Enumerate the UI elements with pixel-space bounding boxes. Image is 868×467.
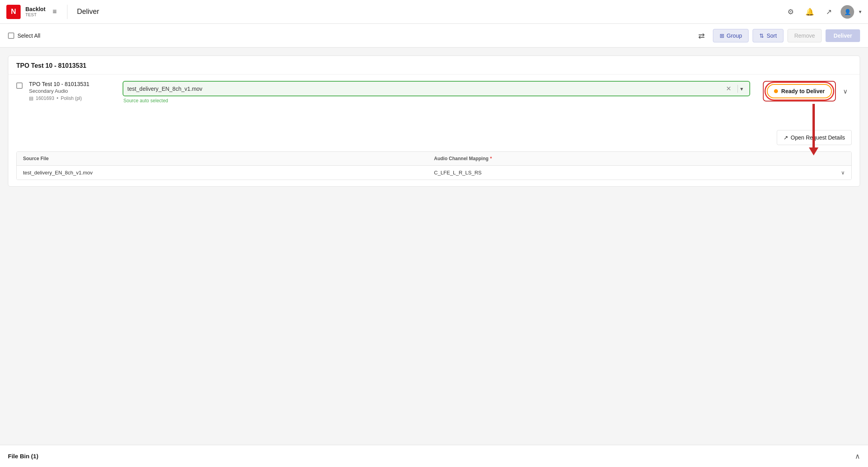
source-clear-icon[interactable]: ✕ (724, 84, 733, 93)
ready-to-deliver-badge[interactable]: Ready to Deliver (767, 84, 832, 98)
item-name: TPO Test 10 - 81013531 (29, 81, 116, 87)
header-divider (67, 5, 67, 19)
meta-lang: Polish (pl) (61, 96, 82, 101)
avatar[interactable]: 👤 (841, 5, 854, 19)
app-info: Backlot TEST (25, 6, 46, 18)
sub-table-header: Source File Audio Channel Mapping * (17, 152, 851, 166)
group-button[interactable]: ⊞ Group (713, 29, 749, 42)
ready-dot (774, 89, 778, 93)
ready-badge-highlight: Ready to Deliver (763, 81, 836, 101)
sub-table: Source File Audio Channel Mapping * test… (16, 151, 852, 180)
mapping-dropdown-icon[interactable]: ∨ (841, 170, 845, 176)
menu-icon[interactable]: ≡ (50, 5, 60, 18)
select-all-checkbox[interactable] (8, 33, 14, 39)
app-env: TEST (25, 12, 46, 17)
sub-cell-source: test_delivery_EN_8ch_v1.mov (23, 170, 434, 176)
source-auto-label: Source auto selected (123, 98, 750, 103)
page-title: Deliver (77, 8, 99, 16)
select-all-text: Select All (17, 33, 40, 39)
arrow-annotation (809, 104, 818, 155)
meta-icon: ▤ (29, 96, 33, 101)
item-info: TPO Test 10 - 81013531 Secondary Audio ▤… (29, 81, 116, 101)
sub-cell-mapping: C_LFE_L_R_LS_RS ∨ (434, 170, 845, 176)
meta-id: 1601693 (36, 96, 54, 101)
external-link-icon[interactable]: ↗ (822, 5, 836, 19)
remove-button: Remove (787, 29, 822, 42)
item-type: Secondary Audio (29, 88, 116, 94)
mapping-value: C_LFE_L_R_LS_RS (434, 170, 482, 176)
group-card: TPO Test 10 - 81013531 TPO Test 10 - 810… (8, 56, 860, 187)
sub-table-row: test_delivery_EN_8ch_v1.mov C_LFE_L_R_LS… (17, 166, 851, 180)
item-checkbox[interactable] (16, 82, 23, 89)
col-mapping-header: Audio Channel Mapping * (434, 156, 845, 161)
open-request-label: Open Request Details (791, 134, 845, 141)
meta-separator: • (57, 96, 58, 101)
ready-label: Ready to Deliver (781, 88, 825, 94)
source-selector: test_delivery_EN_8ch_v1.mov ✕ ▾ Source a… (123, 81, 750, 103)
status-section: Ready to Deliver ∨ ↗ Open Request Detail… (763, 81, 852, 145)
sort-button[interactable]: ⇅ Sort (753, 29, 784, 42)
app-header: N Backlot TEST ≡ Deliver ⚙ 🔔 ↗ 👤 ▾ (0, 0, 868, 24)
toolbar: Select All ⇄ ⊞ Group ⇅ Sort Remove Deliv… (0, 24, 868, 48)
col-source-header: Source File (23, 156, 434, 161)
sort-icon: ⇅ (759, 33, 764, 39)
source-input-text: test_delivery_EN_8ch_v1.mov (127, 86, 721, 92)
open-request-icon: ↗ (784, 134, 788, 141)
source-input-wrapper[interactable]: test_delivery_EN_8ch_v1.mov ✕ ▾ (123, 81, 750, 96)
filter-icon[interactable]: ⇄ (695, 29, 709, 43)
group-label: Group (727, 33, 742, 39)
deliver-button[interactable]: Deliver (826, 29, 860, 42)
sort-label: Sort (766, 33, 777, 39)
app-logo: N (6, 5, 21, 19)
notifications-icon[interactable]: 🔔 (803, 5, 817, 19)
item-meta: ▤ 1601693 • Polish (pl) (29, 96, 116, 101)
delivery-item: TPO Test 10 - 81013531 Secondary Audio ▤… (8, 74, 860, 151)
expand-button[interactable]: ∨ (839, 85, 852, 98)
group-title: TPO Test 10 - 81013531 (8, 56, 860, 74)
group-icon: ⊞ (720, 33, 724, 39)
status-row: Ready to Deliver ∨ (763, 81, 852, 101)
open-request-button[interactable]: ↗ Open Request Details (777, 130, 852, 145)
select-all-label[interactable]: Select All (8, 33, 40, 39)
source-dropdown-icon[interactable]: ▾ (737, 85, 745, 93)
required-star: * (490, 156, 492, 161)
avatar-chevron[interactable]: ▾ (859, 9, 862, 15)
main-content: TPO Test 10 - 81013531 TPO Test 10 - 810… (0, 48, 868, 201)
settings-icon[interactable]: ⚙ (784, 5, 798, 19)
app-name: Backlot (25, 6, 46, 13)
